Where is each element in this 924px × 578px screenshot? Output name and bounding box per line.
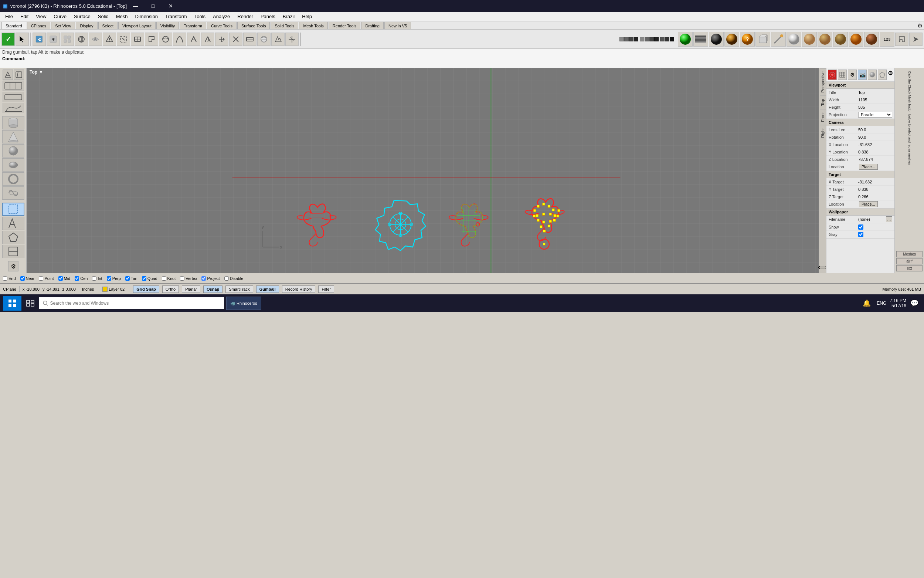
- taskview-button[interactable]: [24, 297, 37, 310]
- left-btn-cone[interactable]: [2, 130, 24, 143]
- snap-quad-checkbox[interactable]: [142, 276, 146, 281]
- menu-help[interactable]: Help: [298, 12, 316, 21]
- tab-perspective[interactable]: Perspective: [820, 68, 826, 96]
- tab-select[interactable]: Select: [98, 22, 118, 29]
- sphere-orange[interactable]: [849, 32, 863, 47]
- left-btn-4[interactable]: [3, 92, 24, 102]
- menu-file[interactable]: File: [2, 12, 17, 21]
- toolbar-btn-4[interactable]: [74, 32, 88, 46]
- sphere-tan-1[interactable]: [802, 32, 817, 47]
- language-icon[interactable]: ENG: [875, 297, 888, 310]
- toolbar-btn-17[interactable]: [257, 32, 270, 46]
- toolbar-grid-btn[interactable]: [693, 32, 708, 47]
- osnap-button[interactable]: Osnap: [203, 286, 222, 293]
- snap-tan-checkbox[interactable]: [125, 276, 130, 281]
- tab-display[interactable]: Display: [76, 22, 97, 29]
- tab-transform[interactable]: Transform: [180, 22, 206, 29]
- cam-location-button[interactable]: Place...: [859, 164, 878, 170]
- far-right-airf-btn[interactable]: air f: [896, 258, 922, 265]
- ortho-button[interactable]: Ortho: [162, 286, 179, 293]
- show-checkbox[interactable]: [858, 224, 863, 230]
- more-tools-btn[interactable]: [895, 32, 908, 46]
- gray-checkbox[interactable]: [858, 232, 863, 237]
- filename-browse-button[interactable]: ...: [886, 216, 892, 222]
- menu-analyze[interactable]: Analyze: [209, 12, 234, 21]
- snap-perp-checkbox[interactable]: [107, 276, 111, 281]
- rp-settings-icon[interactable]: ⚙: [888, 70, 893, 80]
- tab-curve-tools[interactable]: Curve Tools: [207, 22, 236, 29]
- left-btn-ellipsoid[interactable]: [2, 158, 24, 172]
- notification-icon[interactable]: 🔔: [860, 297, 873, 310]
- tab-visibility[interactable]: Visibility: [156, 22, 179, 29]
- snap-vertex-checkbox[interactable]: [180, 276, 184, 281]
- sphere-white-btn[interactable]: [786, 32, 801, 47]
- left-btn-3[interactable]: [3, 81, 24, 91]
- numbers-btn[interactable]: 123: [880, 32, 895, 47]
- left-btn-perspective[interactable]: [3, 70, 13, 80]
- tab-front[interactable]: Front: [820, 109, 826, 125]
- far-right-ext-btn[interactable]: ext: [896, 265, 922, 271]
- toolbar-cursor-btn[interactable]: [16, 32, 29, 46]
- tab-top[interactable]: Top: [820, 96, 826, 109]
- menu-render[interactable]: Render: [234, 12, 257, 21]
- left-btn-sel4[interactable]: [2, 245, 24, 258]
- toolbar-check-btn[interactable]: ✓: [2, 32, 15, 46]
- toolbar-btn-12[interactable]: [187, 32, 200, 46]
- left-btn-sel2[interactable]: [2, 217, 24, 230]
- tab-viewport-layout[interactable]: Viewport Layout: [118, 22, 155, 29]
- rp-icon-gem[interactable]: [878, 70, 887, 80]
- menu-brazil[interactable]: Brazil: [279, 12, 299, 21]
- menu-dimension[interactable]: Dimension: [131, 12, 162, 21]
- toolbar-btn-8[interactable]: [131, 32, 144, 46]
- snap-point-checkbox[interactable]: [39, 276, 43, 281]
- planar-button[interactable]: Planar: [182, 286, 200, 293]
- menu-transform[interactable]: Transform: [162, 12, 191, 21]
- toolbar-btn-5[interactable]: [89, 32, 102, 46]
- snap-int-checkbox[interactable]: [92, 276, 97, 281]
- snap-project-checkbox[interactable]: [201, 276, 206, 281]
- tab-render-tools[interactable]: Render Tools: [328, 22, 361, 29]
- proj-select[interactable]: Parallel Perspective: [858, 112, 892, 118]
- smarttrack-button[interactable]: SmartTrack: [225, 286, 253, 293]
- menu-panels[interactable]: Panels: [257, 12, 279, 21]
- snap-knot-checkbox[interactable]: [162, 276, 166, 281]
- command-input[interactable]: [27, 56, 138, 62]
- sphere-green-btn[interactable]: [678, 32, 693, 47]
- menu-view[interactable]: View: [32, 12, 50, 21]
- tab-mesh-tools[interactable]: Mesh Tools: [299, 22, 327, 29]
- maximize-button[interactable]: □: [144, 0, 162, 12]
- rp-icon-grid[interactable]: [838, 70, 847, 80]
- left-btn-2[interactable]: [14, 70, 24, 80]
- close-button[interactable]: ✕: [162, 0, 179, 12]
- notification-center-icon[interactable]: 💬: [908, 297, 921, 310]
- sphere-dark-btn[interactable]: [709, 32, 724, 47]
- left-btn-nurbs[interactable]: [2, 187, 24, 200]
- toolbar-btn-16[interactable]: [243, 32, 257, 46]
- rp-icon-paint[interactable]: [828, 70, 837, 80]
- toolbar-btn-15[interactable]: [229, 32, 243, 46]
- sphere-tan-2[interactable]: [817, 32, 832, 47]
- toolbar-btn-7[interactable]: [117, 32, 130, 46]
- sphere-tan-3[interactable]: [833, 32, 848, 47]
- start-button[interactable]: [3, 296, 21, 311]
- toolbar-btn-14[interactable]: [215, 32, 228, 46]
- snap-disable-checkbox[interactable]: [224, 276, 229, 281]
- toolbar-btn-18[interactable]: [271, 32, 285, 46]
- sphere-brown[interactable]: [864, 32, 879, 47]
- toolbar-settings-icon[interactable]: ⚙: [918, 22, 922, 29]
- toolbar-btn-2[interactable]: ✱: [47, 32, 60, 46]
- left-btn-settings[interactable]: ⚙: [8, 261, 18, 271]
- tab-standard[interactable]: Standard: [2, 22, 26, 29]
- search-bar[interactable]: [39, 297, 224, 309]
- filter-button[interactable]: Filter: [318, 286, 334, 293]
- tgt-location-button[interactable]: Place...: [859, 201, 878, 207]
- tab-setview[interactable]: Set View: [51, 22, 75, 29]
- snap-cen-checkbox[interactable]: [74, 276, 79, 281]
- toolbar-btn-10[interactable]: [159, 32, 172, 46]
- tab-cplanes[interactable]: CPlanes: [27, 22, 51, 29]
- left-btn-cylinder[interactable]: [2, 116, 24, 130]
- vp-expand-btn[interactable]: ⟺: [816, 262, 827, 273]
- left-btn-sphere[interactable]: [2, 144, 24, 157]
- menu-mesh[interactable]: Mesh: [112, 12, 131, 21]
- snap-end-checkbox[interactable]: [3, 276, 7, 281]
